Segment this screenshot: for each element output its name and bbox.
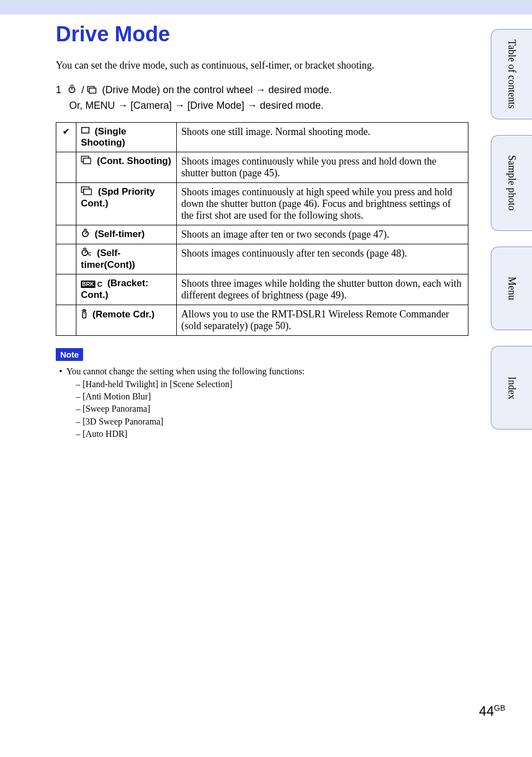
mode-label-cell: BRK C (Bracket: Cont.): [76, 274, 177, 305]
check-cell: ✔: [56, 122, 76, 152]
mode-label: (Self-timer): [92, 229, 144, 239]
svg-rect-15: [83, 312, 86, 318]
step-number: 1: [56, 83, 65, 98]
header-band: [0, 0, 532, 15]
instruction-block: 1 / (Drive Mode) on the control wheel → …: [56, 83, 468, 113]
svg-rect-9: [84, 189, 91, 195]
note-item: – [Anti Motion Blur]: [56, 390, 468, 403]
instr-text-1b: desired mode.: [265, 84, 332, 95]
timer-icon: [81, 229, 90, 240]
table-row: S (Spd Priority Cont.)Shoots images cont…: [56, 183, 468, 225]
table-row: (Self-timer)Shoots an image after ten or…: [56, 225, 468, 244]
check-cell: [56, 305, 76, 336]
arrow-icon: →: [175, 100, 185, 111]
mode-label-cell: (Self-timer): [76, 225, 177, 244]
checkmark-icon: ✔: [62, 127, 70, 136]
note-item: – [3D Sweep Panorama]: [56, 416, 468, 428]
table-row: BRK C (Bracket: Cont.)Shoots three image…: [56, 274, 468, 305]
spd-icon: S: [81, 186, 93, 198]
remote-icon: [81, 308, 88, 321]
table-row: ✔ (Single Shooting)Shoots one still imag…: [56, 122, 468, 152]
page-number: 44GB: [479, 703, 505, 719]
svg-line-13: [85, 251, 86, 253]
svg-rect-3: [89, 88, 96, 93]
arrow-icon: →: [255, 84, 265, 95]
instr-text-2a: Or, MENU: [69, 100, 118, 111]
instr-text-1: (Drive Mode) on the control wheel: [99, 84, 255, 95]
check-cell: [56, 274, 76, 305]
page-content: Drive Mode You can set the drive mode, s…: [56, 22, 468, 441]
brk-icon: BRK C: [81, 278, 103, 290]
note-item: – [Sweep Panorama]: [56, 403, 468, 415]
check-cell: [56, 225, 76, 244]
mode-description: Allows you to use the RMT-DSLR1 Wireless…: [177, 305, 468, 336]
check-cell: [56, 244, 76, 274]
instr-text-2d: desired mode.: [257, 100, 323, 111]
check-cell: [56, 183, 76, 225]
arrow-icon: →: [118, 100, 128, 111]
intro-text: You can set the drive mode, such as cont…: [56, 60, 468, 71]
page-region: GB: [494, 703, 505, 712]
mode-description: Shoots an image after ten or two seconds…: [177, 225, 468, 244]
instr-text-2c: [Drive Mode]: [185, 100, 247, 111]
continuous-icon: [87, 83, 97, 98]
mode-description: Shoots images continuously after ten sec…: [177, 244, 468, 274]
mode-label: (Remote Cdr.): [90, 309, 154, 320]
mode-label-cell: (Cont. Shooting): [76, 152, 177, 183]
check-cell: [56, 152, 76, 183]
arrow-icon: →: [247, 100, 257, 111]
page-title: Drive Mode: [56, 22, 468, 46]
single-icon: [81, 126, 90, 137]
table-row: C (Self-timer(Cont))Shoots images contin…: [56, 244, 468, 274]
mode-description: Shoots images continuously at high speed…: [177, 183, 468, 225]
modes-table: ✔ (Single Shooting)Shoots one still imag…: [56, 122, 468, 336]
instruction-line1: 1 / (Drive Mode) on the control wheel → …: [56, 83, 468, 98]
note-list: • You cannot change the setting when usi…: [56, 365, 468, 440]
mode-description: Shoots three images while holding the sh…: [177, 274, 468, 305]
mode-label-cell: (Single Shooting): [76, 122, 177, 152]
slash: /: [79, 84, 87, 95]
tab-index[interactable]: Index: [491, 346, 532, 430]
mode-label: (Cont. Shooting): [94, 156, 171, 166]
self-timer-icon: [67, 83, 76, 98]
svg-point-16: [84, 313, 85, 314]
page-number-value: 44: [479, 703, 494, 719]
note-intro: • You cannot change the setting when usi…: [56, 365, 468, 378]
tab-sample-photo[interactable]: Sample photo: [491, 135, 532, 231]
tab-table-of-contents[interactable]: Table of contents: [491, 29, 532, 119]
table-row: (Remote Cdr.)Allows you to use the RMT-D…: [56, 305, 468, 336]
svg-rect-4: [82, 128, 89, 133]
svg-line-11: [85, 232, 87, 234]
note-item: – [Hand-held Twilight] in [Scene Selecti…: [56, 378, 468, 390]
side-tabs: Table of contents Sample photo Menu Inde…: [483, 29, 532, 445]
cont-icon: [81, 156, 92, 167]
note-item: – [Auto HDR]: [56, 428, 468, 440]
instr-text-2b: [Camera]: [128, 100, 175, 111]
table-row: (Cont. Shooting)Shoots images continuous…: [56, 152, 468, 183]
svg-text:C: C: [88, 251, 92, 257]
mode-label-cell: (Remote Cdr.): [76, 305, 177, 336]
instruction-line2: Or, MENU → [Camera] → [Drive Mode] → des…: [56, 98, 468, 113]
mode-description: Shoots one still image. Normal shooting …: [177, 122, 468, 152]
tab-menu[interactable]: Menu: [491, 247, 532, 330]
mode-label-cell: C (Self-timer(Cont)): [76, 244, 177, 274]
mode-description: Shoots images continuously while you pre…: [177, 152, 468, 183]
note-badge: Note: [56, 348, 83, 361]
mode-label-cell: S (Spd Priority Cont.): [76, 183, 177, 225]
timerc-icon: C: [81, 248, 92, 259]
svg-rect-6: [84, 158, 91, 164]
